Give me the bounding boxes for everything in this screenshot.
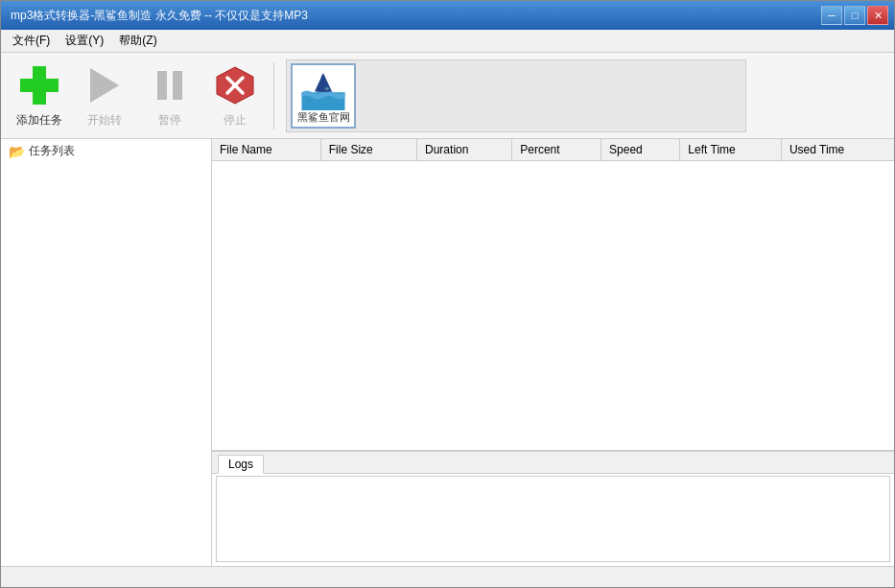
sidebar-tasklist-label: 任务列表	[29, 143, 75, 159]
logs-content[interactable]	[216, 476, 890, 562]
title-bar: mp3格式转换器-黑鲨鱼制造 永久免费 -- 不仅仅是支持MP3 ─ □ ✕	[1, 1, 894, 30]
start-convert-label: 开始转	[87, 112, 122, 129]
menu-bar: 文件(F) 设置(Y) 帮助(Z)	[1, 30, 894, 53]
col-usedtime: Used Time	[781, 139, 894, 161]
sidebar-item-tasklist[interactable]: 📂 任务列表	[1, 139, 211, 163]
col-percent: Percent	[512, 139, 601, 161]
stop-button[interactable]: 停止	[204, 59, 266, 132]
file-table: File Name File Size Duration Percent Spe…	[212, 139, 894, 161]
close-button[interactable]: ✕	[867, 6, 888, 25]
menu-help[interactable]: 帮助(Z)	[111, 31, 164, 51]
sidebar: 📂 任务列表	[1, 139, 212, 566]
play-icon	[82, 62, 128, 108]
maximize-button[interactable]: □	[844, 6, 865, 25]
logs-panel: Logs	[212, 451, 894, 566]
toolbar-separator	[273, 62, 274, 129]
shark-icon	[294, 67, 352, 110]
right-panel: File Name File Size Duration Percent Spe…	[212, 139, 894, 566]
add-icon	[16, 62, 62, 108]
shark-logo-area: 黑鲨鱼官网	[286, 59, 746, 132]
shark-label: 黑鲨鱼官网	[297, 110, 350, 125]
svg-point-4	[325, 87, 330, 90]
stop-icon	[212, 62, 258, 108]
col-lefttime: Left Time	[680, 139, 782, 161]
main-content: 📂 任务列表 File Name File Size Duration Perc…	[1, 139, 894, 566]
shark-website-button[interactable]: 黑鲨鱼官网	[291, 63, 356, 129]
start-convert-button[interactable]: 开始转	[74, 59, 135, 132]
col-filename: File Name	[212, 139, 320, 161]
col-filesize: File Size	[320, 139, 416, 161]
file-table-container[interactable]: File Name File Size Duration Percent Spe…	[212, 139, 894, 451]
stop-label: 停止	[224, 112, 247, 129]
logs-tab-bar: Logs	[212, 451, 894, 474]
menu-settings[interactable]: 设置(Y)	[58, 31, 111, 51]
title-bar-controls: ─ □ ✕	[821, 6, 888, 25]
toolbar: 添加任务 开始转 暂停	[1, 53, 894, 139]
col-duration: Duration	[417, 139, 512, 161]
minimize-button[interactable]: ─	[821, 6, 842, 25]
add-task-label: 添加任务	[16, 112, 62, 129]
folder-icon: 📂	[9, 144, 25, 159]
logs-tab[interactable]: Logs	[218, 455, 264, 474]
pause-label: 暂停	[158, 112, 181, 129]
add-task-button[interactable]: 添加任务	[9, 59, 70, 132]
pause-icon	[147, 62, 193, 108]
col-speed: Speed	[601, 139, 680, 161]
window-title: mp3格式转换器-黑鲨鱼制造 永久免费 -- 不仅仅是支持MP3	[11, 8, 308, 24]
pause-button[interactable]: 暂停	[139, 59, 200, 132]
table-header-row: File Name File Size Duration Percent Spe…	[212, 139, 894, 161]
status-bar	[1, 566, 894, 587]
main-window: mp3格式转换器-黑鲨鱼制造 永久免费 -- 不仅仅是支持MP3 ─ □ ✕ 文…	[0, 0, 895, 588]
menu-file[interactable]: 文件(F)	[5, 31, 58, 51]
